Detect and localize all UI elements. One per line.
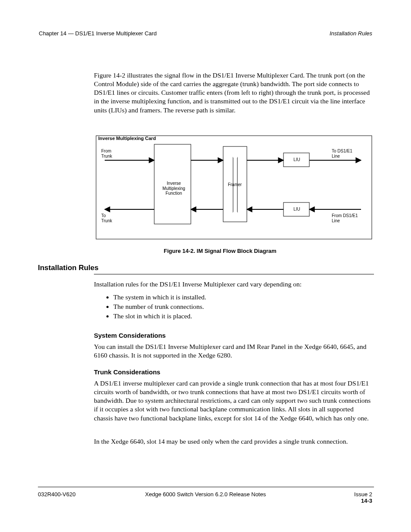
figure-caption: Figure 14-2. IM Signal Flow Block Diagra… [164, 248, 277, 254]
trunk-considerations-heading: Trunk Considerations [94, 368, 160, 376]
diagram-outer-label: Inverse Multiplexing Card [98, 136, 156, 141]
diagram-label-trunk-in: From Trunk [101, 149, 121, 159]
diagram-box-inverse-mux: Inverse Multiplexing Function [158, 181, 190, 196]
rule-divider [94, 274, 374, 274]
rules-intro: Installation rules for the DS1/E1 Invers… [94, 280, 374, 289]
rules-bullet-item: The system in which it is installed. [113, 293, 372, 302]
trunk-considerations-paragraph-2: In the Xedge 6640, slot 14 may be used o… [94, 437, 374, 446]
intro-paragraph: Figure 14-2 illustrates the signal flow … [94, 71, 374, 115]
rules-bullet-item: The number of trunk connections. [113, 302, 372, 311]
page: Chapter 14 — DS1/E1 Inverse Multiplexer … [0, 0, 411, 532]
footer-center: Xedge 6000 Switch Version 6.2.0 Release … [0, 491, 411, 498]
footer-right-page: 14-3 [361, 498, 372, 504]
running-header-right: Installation Rules [330, 30, 372, 37]
rules-bullet-item: The slot in which it is placed. [113, 312, 372, 320]
rules-bullet-list: The system in which it is installed. The… [106, 292, 372, 321]
running-header-left: Chapter 14 — DS1/E1 Inverse Multiplexer … [39, 30, 157, 37]
installation-rules-heading: Installation Rules [38, 264, 99, 272]
diagram-box-framer: Framer [224, 182, 246, 187]
system-considerations-heading: System Considerations [94, 332, 166, 339]
trunk-considerations-paragraph-1: A DS1/E1 inverse multiplexer card can pr… [94, 379, 374, 423]
footer-divider [38, 487, 374, 487]
diagram-box-liu-rx: LIU [284, 207, 309, 212]
diagram-box-liu-tx: LIU [284, 157, 309, 162]
system-considerations-paragraph: You can install the DS1/E1 Inverse Multi… [94, 342, 374, 360]
footer-right-issue: Issue 2 [354, 491, 372, 498]
diagram-label-trunk-out: To Trunk [101, 213, 121, 223]
diagram-label-line-in: From DS1/E1 Line [332, 213, 366, 223]
diagram-label-line-out: To DS1/E1 Line [332, 149, 362, 159]
